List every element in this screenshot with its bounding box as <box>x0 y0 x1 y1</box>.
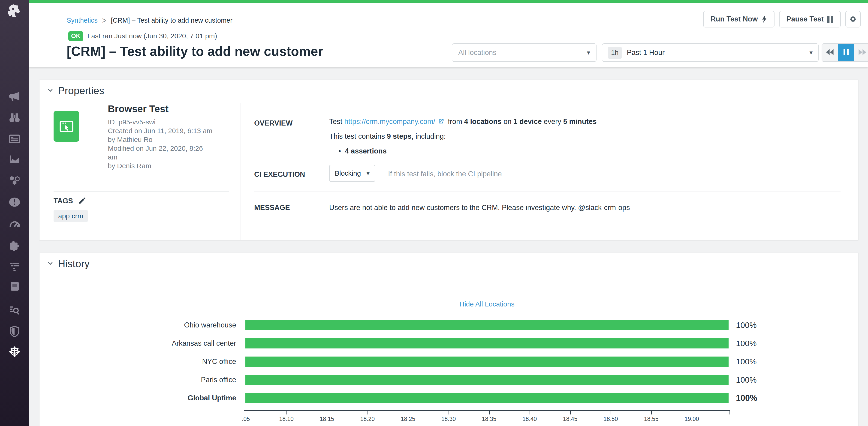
chevron-down-icon: ▾ <box>809 49 813 56</box>
lightning-bolt-icon <box>762 15 767 23</box>
divider <box>54 191 229 192</box>
apm-gauge-icon[interactable] <box>8 218 21 231</box>
history-heading: History <box>58 258 90 269</box>
location-label[interactable]: Paris office <box>39 376 236 384</box>
last-ran-text: Last ran Just now (Jun 30, 2020, 7:01 pm… <box>88 32 217 40</box>
gear-icon <box>849 15 857 23</box>
locations-placeholder: All locations <box>458 48 587 57</box>
uptime-bar[interactable] <box>245 320 728 330</box>
history-bar-row: Paris office100% <box>39 375 757 385</box>
binoculars-icon[interactable] <box>8 111 21 124</box>
axis-tick <box>530 411 530 415</box>
status-strip <box>29 0 868 3</box>
location-label[interactable]: NYC office <box>39 357 236 366</box>
edit-tags-pencil-icon[interactable] <box>78 196 86 206</box>
history-bar-row: Ohio warehouse100% <box>39 320 757 330</box>
fast-forward-icon <box>858 49 866 56</box>
breadcrumb-separator-icon: > <box>102 15 106 25</box>
pause-icon <box>827 16 833 23</box>
time-rewind-button[interactable] <box>822 44 838 61</box>
status-row: OK Last ran Just now (Jun 30, 2020, 7:01… <box>68 31 217 41</box>
location-label[interactable]: Global Uptime <box>39 394 236 402</box>
time-forward-button[interactable] <box>854 44 868 61</box>
uptime-bar[interactable] <box>245 375 728 385</box>
history-bar-row: Arkansas call center100% <box>39 338 757 349</box>
chevron-down-icon <box>46 259 54 268</box>
megaphone-icon[interactable] <box>8 90 21 103</box>
axis-tick <box>327 411 327 415</box>
external-link-icon[interactable] <box>437 118 444 127</box>
synthetics-globe-icon[interactable] <box>8 345 21 358</box>
uptime-bar[interactable] <box>245 338 728 349</box>
axis-tick-label: :05 <box>230 416 262 422</box>
breadcrumb-synthetics-link[interactable]: Synthetics <box>67 17 98 24</box>
datadog-logo-icon[interactable] <box>6 3 23 20</box>
time-nav-group <box>822 43 868 62</box>
pause-test-label: Pause Test <box>786 15 824 23</box>
uptime-bar[interactable] <box>245 393 728 403</box>
message-label: MESSAGE <box>254 203 290 212</box>
axis-tick <box>489 411 490 415</box>
timeframe-chip: 1h <box>608 47 622 59</box>
uptime-value: 100% <box>736 357 757 366</box>
notebooks-icon[interactable] <box>8 280 21 293</box>
axis-tick-label: 18:50 <box>594 416 627 422</box>
uptime-value: 100% <box>736 393 757 403</box>
axis-tick <box>408 411 408 415</box>
synthetics-test-detail-page: Synthetics > [CRM] – Test ability to add… <box>0 0 868 426</box>
rewind-icon <box>826 49 834 56</box>
log-explorer-search-icon[interactable] <box>8 303 21 316</box>
integrations-puzzle-icon[interactable] <box>8 239 21 252</box>
security-shield-icon[interactable] <box>8 325 21 338</box>
test-type-title: Browser Test <box>108 103 168 114</box>
time-pause-button[interactable] <box>838 44 854 61</box>
axis-tick <box>692 411 692 415</box>
tags-row: TAGS <box>54 196 86 206</box>
pause-icon <box>843 49 848 56</box>
axis-tick-label: 18:10 <box>270 416 303 422</box>
axis-tick <box>611 411 611 415</box>
history-section-toggle[interactable]: History <box>46 258 90 269</box>
timeframe-select[interactable]: 1h Past 1 Hour ▾ <box>602 43 818 62</box>
axis-tick <box>286 411 287 415</box>
uptime-bar[interactable] <box>245 357 728 367</box>
location-label[interactable]: Ohio warehouse <box>39 321 236 329</box>
run-test-now-button[interactable]: Run Test Now <box>703 11 774 28</box>
uptime-value: 100% <box>736 375 757 385</box>
logs-pipeline-icon[interactable] <box>8 259 21 272</box>
axis-tick-label: 18:45 <box>554 416 586 422</box>
test-url-link[interactable]: https://crm.mycompany.com/ <box>344 118 435 126</box>
metrics-chart-icon[interactable] <box>8 153 21 166</box>
locations-select[interactable]: All locations ▾ <box>452 43 596 62</box>
tag-app-crm[interactable]: app:crm <box>54 210 88 222</box>
overview-label: OVERVIEW <box>254 119 293 127</box>
timeframe-label: Past 1 Hour <box>627 48 804 57</box>
properties-section-toggle[interactable]: Properties <box>46 85 104 96</box>
status-badge: OK <box>68 31 83 41</box>
hide-all-locations-link[interactable]: Hide All Locations <box>245 300 728 308</box>
location-label[interactable]: Arkansas call center <box>39 339 236 348</box>
axis-tick-label: 18:15 <box>311 416 343 422</box>
infrastructure-hexagons-icon[interactable] <box>8 174 21 187</box>
divider <box>241 103 241 240</box>
pause-test-button[interactable]: Pause Test <box>779 11 841 28</box>
sidebar <box>0 0 29 426</box>
axis-tick-label: 18:35 <box>473 416 505 422</box>
ci-hint-text: If this test fails, block the CI pipelin… <box>388 170 502 178</box>
axis-tick-label: 18:30 <box>432 416 465 422</box>
axis-tick-label: 18:55 <box>635 416 668 422</box>
settings-button[interactable] <box>845 11 861 28</box>
monitors-alert-icon[interactable] <box>8 196 21 208</box>
filter-row: All locations ▾ 1h Past 1 Hour ▾ <box>29 43 868 62</box>
chevron-down-icon <box>46 86 54 95</box>
axis-tick <box>246 411 246 415</box>
ci-execution-label: CI EXECUTION <box>254 170 305 178</box>
axis-tick <box>448 411 449 415</box>
axis-tick-label: 18:40 <box>514 416 546 422</box>
tags-label: TAGS <box>54 197 73 205</box>
overview-bullet-assertions: • 4 assertions <box>338 147 387 155</box>
dashboards-icon[interactable] <box>8 132 21 145</box>
browser-test-type-icon <box>54 111 79 142</box>
time-axis: :0518:1018:1518:2018:2518:3018:3518:4018… <box>244 410 730 422</box>
ci-blocking-select[interactable]: Blocking ▾ <box>329 165 375 182</box>
